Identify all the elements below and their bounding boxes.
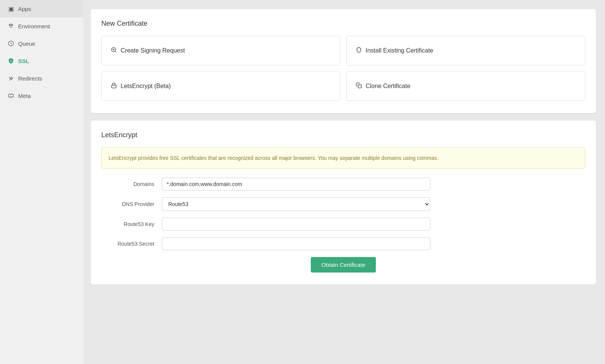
cert-option-clone[interactable]: Clone Certificate (346, 71, 585, 101)
dns-provider-row: DNS Provider Route53CloudflareOther (101, 197, 585, 211)
sidebar-item-label-meta: Meta (18, 93, 31, 99)
sidebar-item-label-queue: Queue (18, 40, 35, 47)
sidebar: ▣AppsEnvironmentQueueSSLRedirectsMeta (0, 0, 83, 364)
environment-icon (8, 23, 14, 29)
dns-provider-select[interactable]: Route53CloudflareOther (162, 197, 430, 211)
new-certificate-panel: New Certificate Create Signing RequestIn… (91, 9, 596, 113)
new-certificate-title: New Certificate (101, 20, 585, 28)
domains-row: Domains (101, 178, 585, 191)
cert-option-label-create-signing: Create Signing Request (121, 47, 185, 54)
install-existing-icon (356, 47, 362, 54)
apps-icon: ▣ (8, 5, 14, 12)
meta-icon (8, 92, 14, 99)
domains-input[interactable] (162, 178, 430, 191)
sidebar-item-label-apps: Apps (18, 6, 31, 12)
cert-option-letsencrypt[interactable]: LetsEncrypt (Beta) (101, 71, 340, 101)
letsencrypt-title: LetsEncrypt (101, 131, 585, 139)
letsencrypt-info: LetsEncrypt provides free SSL certificat… (101, 147, 585, 169)
obtain-certificate-button[interactable]: Obtain Certificate (311, 257, 376, 273)
sidebar-item-ssl[interactable]: SSL (0, 52, 83, 70)
sidebar-item-queue[interactable]: Queue (0, 35, 83, 52)
main-content: New Certificate Create Signing RequestIn… (83, 0, 605, 364)
sidebar-item-label-ssl: SSL (18, 58, 29, 64)
svg-rect-3 (112, 85, 116, 88)
ssl-icon (8, 57, 14, 64)
clone-icon (356, 82, 362, 90)
route53-secret-input[interactable] (162, 237, 430, 250)
letsencrypt-panel: LetsEncrypt LetsEncrypt provides free SS… (91, 121, 596, 285)
redirects-icon (8, 75, 14, 82)
route53-secret-label: Route53 Secret (101, 241, 162, 247)
certificate-options-grid: Create Signing RequestInstall Existing C… (101, 36, 585, 101)
domains-label: Domains (101, 181, 162, 187)
create-signing-icon (111, 47, 117, 54)
letsencrypt-icon (111, 82, 117, 90)
dns-provider-label: DNS Provider (101, 201, 162, 207)
route53-secret-row: Route53 Secret (101, 237, 585, 250)
route53-key-label: Route53 Key (101, 221, 162, 227)
sidebar-item-label-environment: Environment (18, 23, 50, 29)
sidebar-item-meta[interactable]: Meta (0, 87, 83, 104)
sidebar-item-apps[interactable]: ▣Apps (0, 0, 83, 17)
cert-option-install-existing[interactable]: Install Existing Certificate (346, 36, 585, 65)
route53-key-row: Route53 Key (101, 218, 585, 231)
svg-rect-4 (358, 85, 361, 88)
cert-option-label-letsencrypt: LetsEncrypt (Beta) (121, 83, 171, 90)
cert-option-create-signing[interactable]: Create Signing Request (101, 36, 340, 65)
sidebar-item-environment[interactable]: Environment (0, 17, 83, 35)
cert-option-label-install-existing: Install Existing Certificate (366, 47, 433, 54)
form-actions: Obtain Certificate (101, 257, 585, 273)
sidebar-item-label-redirects: Redirects (18, 75, 42, 82)
route53-key-input[interactable] (162, 218, 430, 231)
queue-icon (8, 40, 14, 47)
sidebar-item-redirects[interactable]: Redirects (0, 70, 83, 87)
cert-option-label-clone: Clone Certificate (366, 83, 410, 90)
